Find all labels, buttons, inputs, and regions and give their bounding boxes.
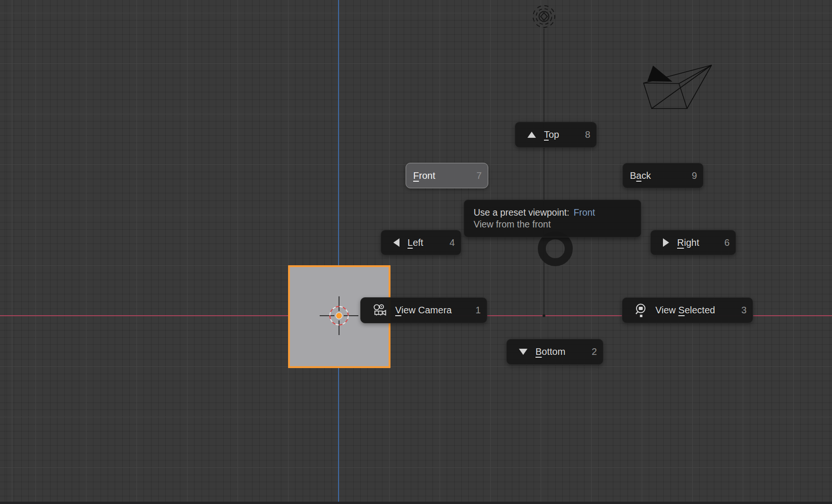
pie-item-label: Left <box>408 237 423 248</box>
pie-item-label: Bottom <box>535 346 565 357</box>
pie-item-label: View Camera <box>395 305 452 316</box>
pie-item-left[interactable]: Left 4 <box>381 230 461 255</box>
pie-item-hotkey: 3 <box>741 305 747 316</box>
camera-up-triangle <box>647 66 672 82</box>
pie-item-hotkey: 1 <box>475 305 481 316</box>
pie-item-hotkey: 4 <box>450 237 455 248</box>
pie-item-hotkey: 7 <box>476 170 482 181</box>
tooltip-line1: Use a preset viewpoint:Front <box>474 207 641 218</box>
3d-cursor <box>315 292 363 339</box>
movie-camera-icon <box>373 304 387 317</box>
pie-item-front[interactable]: Front 7 <box>406 163 488 188</box>
point-light-icon[interactable] <box>529 1 559 32</box>
triangle-up-icon <box>527 132 536 138</box>
pie-item-view-selected[interactable]: View Selected 3 <box>622 297 753 323</box>
pie-item-label: View Selected <box>655 305 715 316</box>
pie-item-label: Right <box>677 237 699 248</box>
camera-object[interactable] <box>641 60 717 113</box>
pie-item-back[interactable]: Back 9 <box>622 163 704 188</box>
triangle-down-icon <box>519 349 527 355</box>
tooltip-value: Front <box>574 207 595 218</box>
pie-item-hotkey: 8 <box>585 129 590 140</box>
pie-item-bottom[interactable]: Bottom 2 <box>506 339 603 365</box>
tooltip: Use a preset viewpoint:Front View from t… <box>464 200 641 237</box>
light-relationship-line <box>543 28 544 316</box>
light-line-end-dot <box>543 314 545 317</box>
3d-viewport[interactable]: Top 8 Front 7 Back 9 Left 4 Right 6 V <box>0 0 832 504</box>
pie-item-hotkey: 6 <box>724 237 730 248</box>
pie-item-label: Back <box>630 170 651 181</box>
cursor-center-dot <box>336 312 342 319</box>
z-axis-line <box>338 0 339 504</box>
tooltip-line2: View from the front <box>474 218 641 230</box>
pie-item-right[interactable]: Right 6 <box>650 230 736 255</box>
pie-item-view-camera[interactable]: View Camera 1 <box>360 297 487 323</box>
pie-item-label: Top <box>544 129 559 140</box>
triangle-right-icon <box>663 238 669 247</box>
pie-item-top[interactable]: Top 8 <box>515 122 597 148</box>
pie-item-hotkey: 2 <box>592 346 597 357</box>
pie-item-hotkey: 9 <box>692 170 697 181</box>
triangle-left-icon <box>393 238 399 247</box>
zoom-selected-icon <box>635 303 647 318</box>
viewport-bottom-edge <box>0 502 832 504</box>
pie-item-label: Front <box>413 170 435 181</box>
